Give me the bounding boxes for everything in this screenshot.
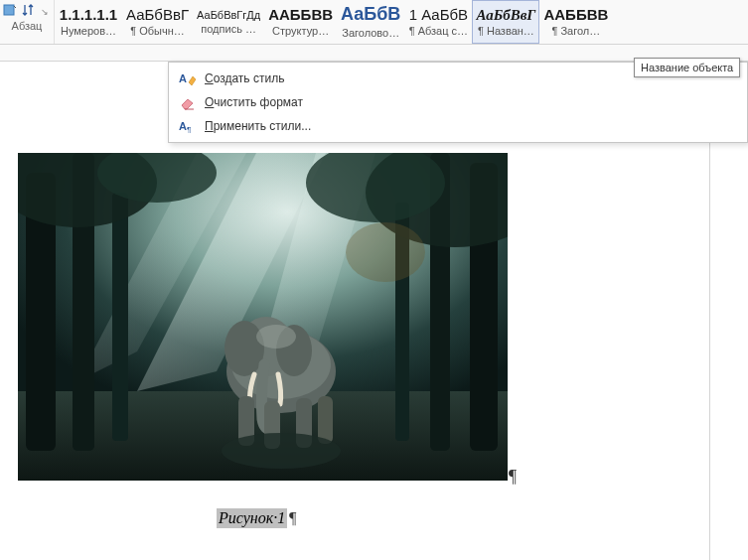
apply-styles-icon: A¶ (179, 118, 197, 134)
clear-format-item[interactable]: Очистить формат (169, 90, 747, 114)
style-preview: ААББВВ (268, 7, 333, 24)
style-preview: ААББВВ (543, 7, 608, 24)
shading-icon[interactable] (2, 2, 18, 18)
svg-rect-11 (112, 193, 128, 441)
style-preview: 1 АаБбВ (409, 7, 468, 24)
svg-text:¶: ¶ (187, 125, 191, 134)
style-name: подпись … (201, 23, 256, 35)
svg-text:A: A (179, 120, 187, 132)
style-preview: АаБбВвГ (126, 7, 189, 24)
style-name: Нумеров… (61, 25, 116, 37)
create-style-label: Создать стиль (205, 71, 284, 85)
eraser-icon (179, 94, 197, 110)
style-name: Структур… (272, 25, 329, 37)
style-name: ¶ Абзац с… (409, 25, 468, 37)
caption-pilcrow: ¶ (288, 509, 296, 527)
paragraph-dialog-launcher[interactable]: ↘ (38, 6, 52, 18)
style-item-7[interactable]: ААББВВ¶ Загол… (539, 0, 612, 44)
style-item-4[interactable]: АаБбВЗаголово… (337, 0, 404, 44)
style-tooltip: Название объекта (634, 58, 740, 77)
style-item-3[interactable]: ААББВВСтруктур… (264, 0, 337, 44)
style-preview: АаБбВвГ (476, 7, 535, 24)
svg-point-30 (222, 433, 341, 469)
style-item-0[interactable]: 1.1.1.1.1Нумеров… (55, 0, 122, 44)
svg-point-19 (346, 222, 425, 282)
apply-styles-label: Применить стили... (205, 119, 311, 133)
style-item-2[interactable]: АаБбВвГгДдподпись … (193, 0, 264, 44)
style-name: ¶ Обычн… (130, 25, 185, 37)
inserted-image[interactable] (18, 153, 508, 481)
caption-text[interactable]: Рисунок·1 (217, 508, 287, 528)
paragraph-mark: ¶ (509, 467, 517, 488)
paragraph-label: Абзац (12, 20, 43, 32)
style-preview: АаБбВ (341, 5, 400, 25)
apply-styles-item[interactable]: A¶ Применить стили... (169, 114, 747, 138)
style-preview: АаБбВвГгДд (197, 9, 260, 21)
style-item-6[interactable]: АаБбВвГ¶ Назван… (472, 0, 539, 44)
sort-icon[interactable] (20, 2, 36, 18)
svg-rect-28 (318, 396, 333, 444)
svg-point-29 (256, 325, 296, 349)
caption-row[interactable]: Рисунок·1 ¶ (217, 508, 508, 528)
clear-format-label: Очистить формат (205, 95, 303, 109)
create-style-icon: A (179, 70, 197, 86)
style-name: Заголово… (342, 27, 399, 39)
ribbon: ↘ Абзац 1.1.1.1.1Нумеров…АаБбВвГ¶ Обычн…… (0, 0, 748, 45)
style-name: ¶ Загол… (551, 25, 600, 37)
svg-rect-0 (4, 5, 14, 15)
style-item-1[interactable]: АаБбВвГ¶ Обычн… (122, 0, 193, 44)
styles-gallery: 1.1.1.1.1Нумеров…АаБбВвГ¶ Обычн…АаБбВвГг… (55, 0, 748, 44)
style-name: ¶ Назван… (478, 25, 534, 37)
paragraph-group: ↘ Абзац (0, 0, 55, 44)
style-item-5[interactable]: 1 АаБбВ¶ Абзац с… (404, 0, 472, 44)
svg-text:A: A (179, 72, 187, 84)
style-preview: 1.1.1.1.1 (60, 7, 117, 24)
